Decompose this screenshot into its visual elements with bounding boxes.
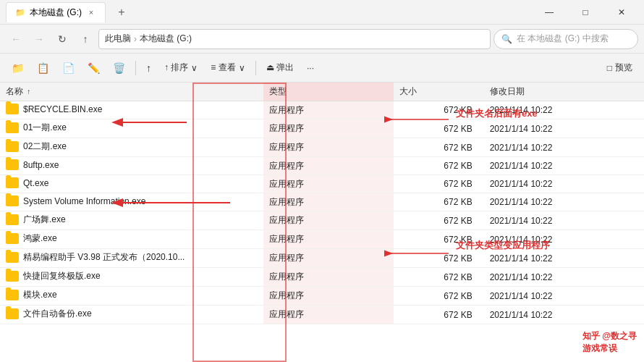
file-table: 名称 ↑ 类型 大小 修改日期 [0,83,644,324]
file-date: 2021/1/14 10:22 [484,211,644,230]
refresh-button[interactable]: ↻ [52,29,72,49]
file-type: 应用程序 [263,193,394,211]
sort-button[interactable]: ↑ 排序 ∨ [158,57,203,79]
table-row[interactable]: 模块.exe 应用程序672 KB2021/1/14 10:22 [0,287,644,306]
col-header-size[interactable]: 大小 [394,83,483,101]
back-button[interactable]: ← [6,29,26,49]
file-icon: 鸿蒙.exe [6,232,57,245]
table-row[interactable]: 鸿蒙.exe 应用程序672 KB2021/1/14 10:22 [0,230,644,249]
search-box[interactable]: 🔍 在 本地磁盘 (G:) 中搜索 [493,29,638,49]
file-size: 672 KB [394,306,483,324]
table-row[interactable]: 01一期.exe 应用程序672 KB2021/1/14 10:22 [0,119,644,138]
table-row[interactable]: Qt.exe 应用程序672 KB2021/1/14 10:22 [0,175,644,193]
folder-icon [6,214,19,225]
file-size: 672 KB [394,211,483,230]
preview-icon: □ [607,63,612,73]
file-name: 鸿蒙.exe [23,232,57,245]
search-placeholder: 在 本地磁盘 (G:) 中搜索 [517,33,609,45]
table-row[interactable]: System Volume Information.exe 应用程序672 KB… [0,193,644,211]
file-type: 应用程序 [263,287,394,306]
file-name: 精易编程助手 V3.98 正式发布（2020.10... [23,251,185,264]
file-icon: 01一期.exe [6,122,67,134]
toolbar: 📁 📋 📄 ✏️ 🗑️ ↑ ↑ 排序 ∨ ≡ 查看 ∨ ⏏ 弹出 [0,54,644,83]
table-row[interactable]: 快捷回复终极版.exe 应用程序672 KB2021/1/14 10:22 [0,268,644,287]
file-size: 672 KB [394,101,483,119]
file-icon: 快捷回复终极版.exe [6,270,101,282]
move-up-button[interactable]: ↑ [140,57,157,79]
file-size: 672 KB [394,138,483,157]
table-row[interactable]: 广场舞.exe 应用程序672 KB2021/1/14 10:22 [0,211,644,230]
path-drive[interactable]: 本地磁盘 (G:) [140,33,192,45]
preview-button[interactable]: □ 预览 [601,57,638,79]
file-size: 672 KB [394,175,483,193]
table-row[interactable]: 02二期.exe 应用程序672 KB2021/1/14 10:22 [0,138,644,157]
more-label: ··· [307,63,314,73]
eject-label: ⏏ 弹出 [266,62,294,74]
table-row[interactable]: 精易编程助手 V3.98 正式发布（2020.10... 应用程序672 KB2… [0,249,644,268]
file-list[interactable]: 名称 ↑ 类型 大小 修改日期 [0,83,644,362]
address-bar: ← → ↻ ↑ 此电脑 › 本地磁盘 (G:) 🔍 在 本地磁盘 (G:) 中搜… [0,25,644,54]
file-icon: 模块.exe [6,289,57,301]
file-table-body: $RECYCLE.BIN.exe 应用程序672 KB2021/1/14 10:… [0,101,644,324]
folder-icon [6,159,19,170]
file-icon: 广场舞.exe [6,214,66,226]
window-controls: — □ ✕ [533,0,638,25]
watermark-site: 知乎 @数之寻 [582,330,637,342]
col-header-date[interactable]: 修改日期 [484,83,644,101]
view-button[interactable]: ≡ 查看 ∨ [205,57,250,79]
folder-icon [6,308,19,319]
new-tab-button[interactable]: + [111,2,132,22]
path-computer[interactable]: 此电脑 [105,33,131,45]
delete-button[interactable]: 🗑️ [107,57,131,79]
paste-button[interactable]: 📄 [56,57,80,79]
file-size: 672 KB [394,119,483,138]
file-icon: 精易编程助手 V3.98 正式发布（2020.10... [6,251,185,264]
maximize-button[interactable]: □ [569,0,602,25]
file-name: $RECYCLE.BIN.exe [23,104,102,114]
table-header: 名称 ↑ 类型 大小 修改日期 [0,83,644,101]
file-size: 672 KB [394,287,483,306]
new-folder-icon: 📁 [12,62,24,74]
preview-label: 预览 [615,62,632,74]
up-button[interactable]: ↑ [75,29,96,49]
table-row[interactable]: 文件自动备份.exe 应用程序672 KB2021/1/14 10:22 [0,306,644,324]
file-type: 应用程序 [263,119,394,138]
folder-icon [6,271,19,282]
more-button[interactable]: ··· [301,57,320,79]
tab-close-button[interactable]: × [86,7,96,17]
file-name: 01一期.exe [23,122,67,134]
address-path[interactable]: 此电脑 › 本地磁盘 (G:) [98,29,491,49]
table-row[interactable]: 8uftp.exe 应用程序672 KB2021/1/14 10:22 [0,157,644,175]
toolbar-separator-2 [255,61,256,75]
sort-caret: ∨ [191,63,198,73]
rename-button[interactable]: ✏️ [82,57,106,79]
file-type: 应用程序 [263,249,394,268]
col-header-type[interactable]: 类型 [263,83,394,101]
file-type: 应用程序 [263,157,394,175]
file-date: 2021/1/14 10:22 [484,287,644,306]
search-icon: 🔍 [501,34,512,44]
copy-button[interactable]: 📋 [31,57,55,79]
view-caret: ∨ [239,63,245,73]
file-date: 2021/1/14 10:22 [484,306,644,324]
folder-icon [6,122,19,133]
col-header-name[interactable]: 名称 ↑ [0,83,263,101]
file-name: System Volume Information.exe [23,196,145,206]
table-row[interactable]: $RECYCLE.BIN.exe 应用程序672 KB2021/1/14 10:… [0,101,644,119]
minimize-button[interactable]: — [533,0,566,25]
folder-icon [6,195,19,206]
sort-indicator: ↑ [27,88,30,96]
file-area: 名称 ↑ 类型 大小 修改日期 [0,83,644,362]
close-button[interactable]: ✕ [605,0,638,25]
eject-button[interactable]: ⏏ 弹出 [260,57,300,79]
watermark-tag: 游戏常误 [582,342,637,355]
folder-icon [6,252,19,263]
view-label: ≡ 查看 [211,62,235,74]
file-icon: $RECYCLE.BIN.exe [6,104,102,114]
file-name: Qt.exe [23,178,48,188]
paste-icon: 📄 [62,62,75,74]
file-size: 672 KB [394,193,483,211]
forward-button[interactable]: → [29,29,49,49]
new-folder-button[interactable]: 📁 [6,57,30,79]
active-tab[interactable]: 📁 本地磁盘 (G:) × [6,2,106,22]
